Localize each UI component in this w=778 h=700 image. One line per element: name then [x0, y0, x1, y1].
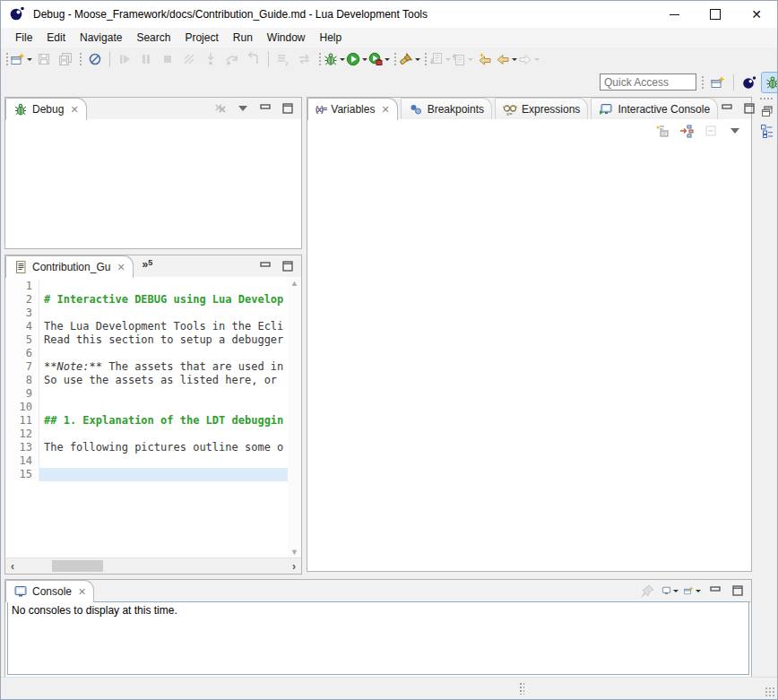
editor-tab-close-icon[interactable]: ✕: [117, 262, 125, 273]
editor-minimize-button[interactable]: [256, 258, 274, 274]
editor-tab-overflow-chevron[interactable]: »5: [134, 255, 159, 277]
search-button[interactable]: [399, 49, 421, 69]
terminate-button[interactable]: [157, 49, 178, 69]
debug-minimize-button[interactable]: [256, 100, 274, 117]
editor-horizontal-scrollbar[interactable]: ‹ ›: [5, 557, 301, 574]
editor-line[interactable]: 13The following pictures outline some o: [5, 441, 288, 454]
resume-button[interactable]: [114, 49, 135, 69]
previous-annotation-dropdown[interactable]: [468, 58, 473, 64]
editor-maximize-button[interactable]: [279, 258, 297, 274]
variables-tab-close-icon[interactable]: ✕: [381, 104, 389, 116]
lua-perspective-button[interactable]: [738, 72, 761, 93]
toolbar-drag-handle[interactable]: [393, 51, 397, 67]
tab-expressions[interactable]: x= Expressions: [495, 98, 588, 119]
editor-line[interactable]: 4The Lua Development Tools in the Ecli: [5, 320, 288, 333]
editor-text-area[interactable]: 12# Interactive DEBUG using Lua Develop3…: [5, 277, 288, 558]
editor-line[interactable]: 12: [5, 428, 288, 441]
debug-button[interactable]: [324, 49, 346, 69]
menu-window[interactable]: Window: [260, 30, 313, 46]
step-into-button[interactable]: [200, 49, 221, 69]
save-all-button[interactable]: [55, 49, 76, 69]
console-tab-close-icon[interactable]: ✕: [78, 586, 86, 598]
debug-view-menu-button[interactable]: [234, 100, 252, 117]
scroll-left-arrow-icon[interactable]: ‹: [5, 558, 20, 574]
previous-annotation-button[interactable]: [452, 49, 474, 69]
open-console-dropdown[interactable]: [696, 590, 701, 595]
restore-views-button[interactable]: [758, 102, 776, 120]
toolbar-drag-handle[interactable]: [317, 51, 322, 67]
next-annotation-button[interactable]: [429, 49, 452, 69]
toolbar-drag-handle[interactable]: [423, 51, 428, 67]
restart-button[interactable]: [294, 49, 316, 69]
tab-console[interactable]: Console ✕: [5, 580, 94, 602]
minimize-window-button[interactable]: [653, 1, 695, 28]
horizontal-scroll-thumb[interactable]: [52, 560, 103, 572]
new-wizard-dropdown[interactable]: [27, 58, 32, 64]
new-wizard-button[interactable]: [11, 49, 33, 69]
collapse-all-button[interactable]: [702, 123, 720, 139]
scroll-down-arrow-icon[interactable]: ▼: [288, 547, 301, 557]
display-selected-console-button[interactable]: [661, 583, 679, 599]
editor-line[interactable]: 5Read this section to setup a debugger: [5, 333, 288, 347]
debug-maximize-button[interactable]: [279, 100, 297, 117]
outline-view-button[interactable]: [758, 122, 776, 140]
show-type-names-button[interactable]: [653, 123, 671, 139]
console-maximize-button[interactable]: [729, 583, 747, 599]
editor-line[interactable]: 7**Note:** The assets that are used in: [5, 360, 288, 374]
forward-button[interactable]: [518, 49, 540, 69]
toolbar-drag-handle[interactable]: [4, 51, 9, 67]
scroll-right-arrow-icon[interactable]: ›: [287, 558, 301, 574]
run-dropdown[interactable]: [362, 58, 367, 64]
tab-contribution-guide[interactable]: Contribution_Gu ✕: [5, 255, 134, 278]
quick-access-input[interactable]: [600, 73, 696, 91]
statusbar-drag-handle[interactable]: [519, 682, 524, 695]
console-content[interactable]: No consoles to display at this time.: [7, 601, 749, 675]
editor-line[interactable]: 2# Interactive DEBUG using Lua Develop: [5, 293, 288, 307]
editor-line[interactable]: 8So use the assets as listed here, or: [5, 374, 288, 387]
save-button[interactable]: [33, 49, 55, 69]
variables-view-menu-button[interactable]: [726, 123, 744, 139]
editor-line[interactable]: 1: [5, 280, 288, 293]
menu-help[interactable]: Help: [313, 30, 350, 46]
variables-view-content[interactable]: [307, 143, 751, 571]
editor-vertical-scrollbar[interactable]: ▲ ▼: [288, 277, 301, 558]
disconnect-button[interactable]: [178, 49, 200, 69]
window-resize-grip[interactable]: [765, 687, 775, 697]
external-tools-dropdown[interactable]: [385, 58, 390, 64]
menu-run[interactable]: Run: [226, 30, 260, 46]
menu-project[interactable]: Project: [177, 30, 225, 46]
debug-dropdown[interactable]: [340, 58, 345, 64]
skip-all-breakpoints-button[interactable]: [84, 49, 106, 69]
console-minimize-button[interactable]: [706, 583, 724, 599]
step-over-button[interactable]: [221, 49, 243, 69]
editor-line[interactable]: 15: [5, 468, 288, 481]
suspend-button[interactable]: [135, 49, 157, 69]
menu-edit[interactable]: Edit: [39, 30, 73, 46]
show-logical-structures-button[interactable]: [678, 123, 696, 139]
open-perspective-button[interactable]: [706, 72, 730, 93]
debug-view-content[interactable]: [5, 119, 301, 248]
tab-interactive-console[interactable]: Interactive Console: [591, 98, 718, 119]
pin-console-button[interactable]: [639, 583, 657, 599]
close-window-button[interactable]: ✕: [736, 1, 777, 28]
back-dropdown[interactable]: [512, 58, 517, 64]
perspective-bar-handle[interactable]: [700, 74, 705, 91]
display-console-dropdown[interactable]: [673, 590, 679, 595]
step-return-button[interactable]: [243, 49, 264, 69]
menu-navigate[interactable]: Navigate: [73, 30, 129, 46]
editor-line[interactable]: 10: [5, 401, 288, 414]
external-tools-button[interactable]: [368, 49, 391, 69]
scroll-up-arrow-icon[interactable]: ▲: [288, 278, 301, 289]
editor-line[interactable]: 3: [5, 307, 288, 320]
trim-drag-handle[interactable]: [759, 97, 774, 100]
back-button[interactable]: [496, 49, 518, 69]
variables-minimize-button[interactable]: [718, 100, 736, 117]
menu-file[interactable]: File: [8, 30, 39, 46]
last-edit-location-button[interactable]: [474, 49, 496, 69]
maximize-window-button[interactable]: [695, 1, 736, 28]
tab-variables[interactable]: (x)= Variables ✕: [307, 98, 398, 120]
editor-line[interactable]: 14: [5, 454, 288, 468]
search-dropdown[interactable]: [415, 58, 420, 64]
editor-line[interactable]: 11## 1. Explanation of the LDT debuggin: [5, 414, 288, 428]
open-console-button[interactable]: [684, 583, 702, 599]
